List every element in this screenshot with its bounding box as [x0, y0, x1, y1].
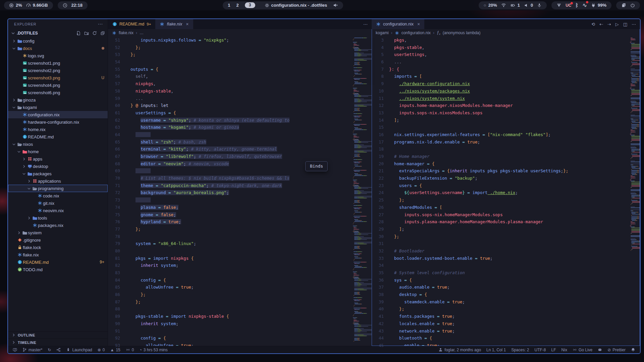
disk-usage-module[interactable]: ○ 20% — [484, 3, 497, 8]
status-remote-window-icon[interactable] — [13, 348, 17, 352]
workspace-3-active[interactable]: 3 — [245, 2, 255, 8]
close-icon[interactable]: × — [417, 21, 420, 27]
tree-item-flake-lock[interactable]: flake.lock — [8, 244, 108, 251]
tab-configuration-nix[interactable]: configuration.nix × — [372, 19, 424, 29]
tree-item-gitignore[interactable]: .gitignore — [8, 236, 108, 244]
tree-item-kogami[interactable]: kogami — [8, 104, 108, 111]
tree-item-desktop[interactable]: desktop — [8, 163, 108, 170]
breadcrumb-file[interactable]: flake.nix — [119, 31, 133, 35]
tree-item-screenshot4-png[interactable]: screenshot4.png — [8, 81, 108, 89]
workspace-section-header[interactable]: .DOTFILES — [8, 29, 108, 37]
tree-item-config[interactable]: config — [8, 37, 108, 45]
more-actions-icon[interactable]: ⋯ — [632, 22, 636, 27]
tree-item-tools[interactable]: tools — [8, 214, 108, 222]
history-icon[interactable]: ⟲ — [591, 22, 595, 27]
workspace-1[interactable]: 1 — [228, 3, 230, 8]
workspace-2[interactable]: 2 — [236, 3, 239, 8]
breadcrumb-file[interactable]: configuration.nix — [401, 31, 431, 35]
tree-item-logo-svg[interactable]: logo.svg — [8, 52, 108, 59]
system-stats-module[interactable]: 2% 9.66GB — [4, 1, 53, 9]
breadcrumb-symbol[interactable]: … — [140, 31, 144, 35]
breadcrumb-symbol[interactable]: (anonymous lambda) — [443, 31, 481, 35]
status-rocket-icon[interactable]: Launchpad — [66, 348, 92, 352]
next-change-icon[interactable]: ⇢ — [607, 22, 611, 27]
status-prettier-icon[interactable]: ⊘Prettier — [607, 348, 626, 352]
tree-item-git-nix[interactable]: git.nix — [8, 199, 108, 207]
wifi-module[interactable] — [501, 3, 506, 8]
tree-item-programming[interactable]: programming — [8, 185, 108, 192]
tree-item-apps[interactable]: apps — [8, 155, 108, 163]
status-eol[interactable]: LF — [551, 348, 556, 352]
status-errors-icon[interactable]: ⊗0 — [98, 348, 105, 352]
refresh-icon[interactable] — [92, 31, 97, 36]
outline-section[interactable]: OUTLINE — [8, 331, 108, 339]
tree-item-ginoza[interactable]: ginoza — [8, 96, 108, 104]
left-editor[interactable]: 5152535455565758596061626364656667686970… — [108, 37, 372, 346]
tree-item-readme-md[interactable]: README.md9+ — [8, 258, 108, 266]
tree-item-screenshot3-png[interactable]: screenshot3.pngU — [8, 74, 108, 81]
tray-app-icon[interactable]: UC — [566, 3, 571, 8]
tree-item-home[interactable]: home — [8, 148, 108, 155]
status-encoding[interactable]: UTF-8 — [535, 348, 546, 352]
tree-item-configuration-nix[interactable]: configuration.nix — [8, 111, 108, 118]
status-go-live-icon[interactable]: Go Live — [573, 348, 592, 352]
run-code-icon[interactable]: ▷ — [615, 22, 619, 27]
status-cursor-position[interactable]: Ln 1, Col 1 — [486, 348, 506, 352]
tree-item-readme-md[interactable]: README.md — [8, 133, 108, 140]
battery-module[interactable]: 99% — [591, 3, 606, 8]
tree-item-neovim-nix[interactable]: neovim.nix — [8, 207, 108, 214]
new-folder-icon[interactable] — [84, 31, 89, 36]
tree-item-system[interactable]: system — [8, 229, 108, 236]
status-git-graph-icon[interactable] — [56, 348, 61, 352]
status-copilot-icon[interactable] — [598, 348, 602, 352]
breadcrumb-folder[interactable]: kogami — [376, 31, 389, 35]
status-notifications-icon[interactable] — [631, 348, 635, 352]
clock-module[interactable]: 22:18 — [58, 1, 88, 9]
tree-item-home-nix[interactable]: home.nix — [8, 126, 108, 133]
cpu-module[interactable]: 2% — [9, 3, 22, 8]
minimap[interactable] — [630, 37, 640, 346]
tree-item-screenshot6-png[interactable]: screenshot6.png — [8, 89, 108, 96]
memory-module[interactable]: 9.66GB — [26, 3, 48, 8]
vpn-tray-icon[interactable] — [556, 3, 561, 8]
status-language-mode[interactable]: Nix — [561, 348, 567, 352]
tree-item-packages-nix[interactable]: packages.nix — [8, 222, 108, 229]
tree-item-hardware-configuration-nix[interactable]: hardware-configuration.nix — [8, 118, 108, 126]
status-timer-icon[interactable]: ◔3 hrs 53 mins — [139, 348, 167, 352]
battery-tray-module[interactable]: 1 — [510, 3, 520, 8]
tree-item-screenshot1-png[interactable]: screenshot1.png — [8, 59, 108, 67]
split-editor-icon[interactable]: ◫ — [623, 22, 627, 27]
tab-flake-nix[interactable]: flake.nix × — [155, 19, 193, 29]
status-sync-icon[interactable]: ↻ — [48, 348, 51, 352]
more-actions-icon[interactable]: ⋯ — [363, 22, 368, 27]
tab-readme-md[interactable]: README.md 9+ — [108, 19, 155, 29]
minimap[interactable] — [352, 37, 372, 346]
status-ports-icon[interactable]: 0 — [126, 348, 134, 352]
tree-item-nixos[interactable]: nixos — [8, 140, 108, 148]
explorer-more-icon[interactable]: ⋯ — [98, 21, 103, 27]
status-git-branch-icon[interactable]: master* — [22, 348, 42, 352]
tree-item-applications[interactable]: applications — [8, 177, 108, 185]
status-indentation[interactable]: Spaces: 2 — [511, 348, 529, 352]
power-icon[interactable] — [630, 3, 635, 8]
prev-change-icon[interactable]: ⇠ — [599, 22, 603, 27]
right-editor[interactable]: 3456789101112131415161718192021222324252… — [372, 37, 640, 346]
status-author-icon[interactable]: foglar, 2 months ago — [438, 348, 481, 352]
tree-item-screenshot2-png[interactable]: screenshot2.png — [8, 67, 108, 74]
code-area[interactable]: pkgs, pkgs-stable, userSettings, ...}: {… — [389, 37, 630, 346]
tree-item-packages[interactable]: packages — [8, 170, 108, 177]
code-area[interactable]: inputs.nixpkgs.follows = "nixpkgs"; }; }… — [125, 37, 352, 346]
volume-module[interactable]: 0 — [524, 3, 533, 8]
new-file-icon[interactable] — [76, 31, 81, 36]
tree-item-todo-md[interactable]: TODO.md — [8, 266, 108, 273]
close-icon[interactable]: × — [186, 21, 189, 27]
volume-muted-icon[interactable] — [333, 3, 338, 8]
tree-item-docs[interactable]: docs — [8, 45, 108, 52]
clipboard-icon[interactable] — [621, 3, 626, 8]
mic-module[interactable] — [537, 3, 542, 8]
tree-item-flake-nix[interactable]: flake.nix — [8, 251, 108, 258]
collapse-all-icon[interactable] — [100, 31, 105, 36]
tree-item-code-nix[interactable]: code.nix — [8, 192, 108, 199]
timeline-section[interactable]: TIMELINE — [8, 339, 108, 346]
bluetooth-module[interactable]: ᛒ — [576, 2, 579, 8]
